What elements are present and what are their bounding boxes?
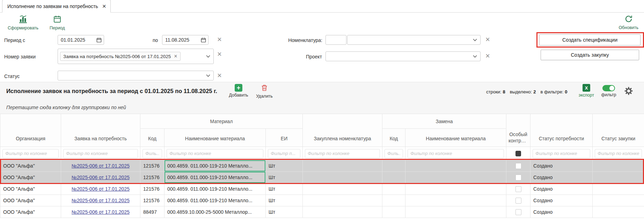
cell-replacement-material [405, 206, 506, 218]
request-link[interactable]: №2025-006 от 17.01.2025 [72, 163, 130, 169]
special-control-checkbox[interactable] [515, 209, 521, 215]
period-from-input[interactable] [58, 37, 96, 43]
special-control-checkbox[interactable] [515, 163, 521, 169]
filter-input-code[interactable] [142, 149, 162, 158]
nomenclature-label: Номенклатура: [278, 37, 322, 43]
column-header-special-control[interactable]: Особый контроль [506, 114, 530, 147]
filter-panel: Период с по × Номенклатура: × Номер заяв… [0, 32, 644, 82]
delete-row-label: Удалить [256, 94, 273, 99]
column-header-replacement-material-name[interactable]: Наименование материала [405, 129, 506, 147]
column-header-purchased-nomenclature[interactable]: Закуплена номенклатура [303, 114, 382, 147]
special-control-checkbox[interactable] [515, 198, 521, 204]
table-row[interactable]: ООО "Альфа" №2025-006 от 17.01.2025 1215… [0, 172, 644, 183]
column-header-need-status[interactable]: Статус потребности [530, 114, 593, 147]
group-header-material[interactable]: Материал [140, 114, 303, 129]
special-control-filter-checkbox[interactable] [515, 151, 521, 156]
period-button[interactable]: Период [50, 15, 65, 30]
create-purchase-button[interactable]: Создать закупку [541, 50, 639, 60]
cell-request: №2025-006 от 17.01.2025 [61, 183, 140, 195]
selected-request-chip[interactable]: Заявка на потребность №2025-006 от 17.01… [60, 52, 181, 61]
table-row[interactable]: ООО "Альфа" №2025-006 от 17.01.2025 1215… [0, 195, 644, 206]
filter-toggle[interactable]: фильтр [599, 85, 619, 97]
add-row-button[interactable]: + Добавить [226, 84, 251, 98]
calendar-picker-icon[interactable] [201, 37, 206, 43]
export-excel-button[interactable]: X экспорт [576, 84, 597, 98]
cell-material: 000.4859. 011.000-119-210 Металло... [164, 172, 266, 183]
cell-organization: ООО "Альфа" [0, 195, 61, 206]
filter-input-unit[interactable] [268, 149, 300, 158]
chip-remove-icon[interactable]: × [174, 54, 177, 59]
filter-input-replacement-material[interactable] [408, 149, 504, 158]
request-number-select[interactable]: Заявка на потребность №2025-006 от 17.01… [58, 49, 214, 64]
column-header-request[interactable]: Заявка на потребность [61, 114, 140, 147]
clear-nomenclature-icon[interactable]: × [485, 36, 490, 43]
clear-request-icon[interactable]: × [217, 50, 222, 58]
toggle-on-icon[interactable] [602, 85, 615, 91]
period-from-label: Период с [4, 37, 25, 43]
cell-need-status: Создано [530, 160, 593, 172]
group-drop-zone[interactable]: Перетащите сюда колонку для группировки … [0, 101, 644, 114]
filter-cell-code [140, 147, 164, 160]
status-select[interactable] [58, 71, 214, 80]
special-control-checkbox[interactable] [515, 175, 521, 181]
cell-organization: ООО "Альфа" [0, 160, 61, 172]
request-link[interactable]: №2025-006 от 17.01.2025 [72, 175, 130, 180]
plus-icon: + [235, 84, 242, 92]
settings-gear-icon[interactable] [624, 87, 633, 95]
period-to-input[interactable] [162, 37, 201, 43]
cell-purchase-status [593, 206, 644, 218]
cell-replacement-material [405, 183, 506, 195]
nomenclature-select[interactable] [347, 35, 481, 45]
clear-project-icon[interactable]: × [485, 52, 490, 60]
refresh-icon [624, 15, 633, 24]
cell-replacement-code [382, 206, 405, 218]
table-row[interactable]: ООО "Альфа" №2025-006 от 17.01.2025 1215… [0, 160, 644, 172]
tab-active[interactable]: Исполнение по заявкам на потребность × [2, 0, 111, 13]
filter-cell-purchased [303, 147, 382, 160]
filter-input-organization[interactable] [2, 149, 59, 158]
nomenclature-code-input[interactable] [325, 35, 346, 45]
column-header-material-name[interactable]: Наименование материала [164, 129, 266, 147]
filter-input-material[interactable] [167, 149, 263, 158]
clear-period-icon[interactable]: × [217, 36, 222, 43]
column-header-code[interactable]: Код [140, 129, 164, 147]
filter-input-request[interactable] [63, 149, 138, 158]
drag-hint-text: Перетащите сюда колонку для группировки … [6, 105, 126, 110]
column-header-unit[interactable]: ЕИ [266, 129, 303, 147]
group-header-replacement[interactable]: Замена [382, 114, 506, 129]
filter-input-purchase-status[interactable] [595, 149, 642, 158]
cell-code: 88497 [140, 206, 164, 218]
cell-purchased [303, 172, 382, 183]
tab-close-icon[interactable]: × [102, 3, 106, 9]
column-header-replacement-code[interactable]: Код [382, 129, 405, 147]
cell-code: 121576 [140, 172, 164, 183]
request-link[interactable]: №2025-006 от 17.01.2025 [72, 198, 130, 203]
create-specifications-button[interactable]: Создать спецификации [539, 34, 641, 45]
request-link[interactable]: №2025-006 от 17.01.2025 [72, 209, 130, 215]
selected-request-chip-label: Заявка на потребность №2025-006 от 17.01… [63, 54, 171, 59]
calendar-icon [53, 15, 61, 24]
refresh-button[interactable]: Обновить [619, 15, 638, 30]
filter-input-replacement-code[interactable] [385, 149, 403, 158]
cell-replacement-material [405, 195, 506, 206]
filter-cell-material [164, 147, 266, 160]
project-select[interactable] [325, 51, 481, 61]
column-header-organization[interactable]: Организация [0, 114, 61, 147]
generate-button[interactable]: Сформировать [8, 15, 38, 30]
calendar-picker-icon[interactable] [96, 37, 102, 43]
filter-cell-unit [266, 147, 303, 160]
cell-replacement-code [382, 195, 405, 206]
selected-count-label: выделено: [510, 89, 532, 94]
filter-input-purchased[interactable] [305, 149, 380, 158]
request-link[interactable]: №2025-006 от 17.01.2025 [72, 186, 130, 192]
delete-row-button[interactable]: Удалить [254, 84, 275, 99]
refresh-button-label: Обновить [619, 25, 638, 30]
special-control-checkbox[interactable] [515, 186, 521, 192]
filter-input-need-status[interactable] [533, 149, 590, 158]
table-row[interactable]: ООО "Альфа" №2025-006 от 17.01.2025 1215… [0, 183, 644, 195]
clear-status-icon[interactable]: × [217, 72, 222, 79]
column-header-purchase-status[interactable]: Статус закупки [593, 114, 644, 147]
cell-purchase-status [593, 195, 644, 206]
table-row[interactable]: ООО "Альфа" №2025-006 от 17.01.2025 8849… [0, 206, 644, 218]
grid-header-band: Исполнение заявок на потребность за пери… [0, 82, 644, 101]
